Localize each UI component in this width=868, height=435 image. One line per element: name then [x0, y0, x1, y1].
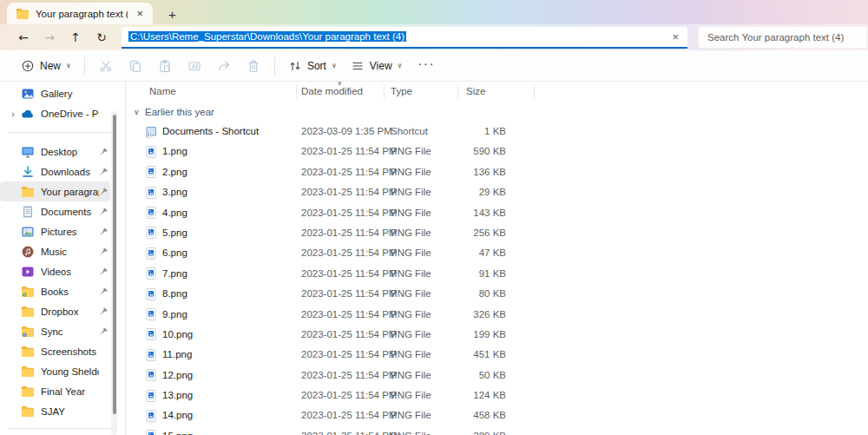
sidebar-item[interactable]: › OneDrive - Personal	[0, 103, 110, 123]
file-type-icon	[144, 267, 158, 280]
file-size: 124 KB	[412, 390, 506, 400]
file-name[interactable]: 14.png	[162, 410, 193, 420]
file-row[interactable]: 11.png 2023-01-25 11:54 PM PNG File 451 …	[126, 345, 868, 365]
file-row[interactable]: 12.png 2023-01-25 11:54 PM PNG File 50 K…	[126, 366, 868, 386]
sidebar-item[interactable]: Your paragraph text (4)	[0, 181, 110, 201]
explorer-tab[interactable]: Your paragraph text (4) ×	[7, 3, 153, 24]
file-row[interactable]: 5.png 2023-01-25 11:54 PM PNG File 256 K…	[126, 223, 868, 243]
cut-button[interactable]	[91, 55, 121, 77]
toolbar-divider	[274, 57, 275, 75]
sidebar-item[interactable]: Downloads	[0, 161, 110, 181]
sidebar-item[interactable]: Screenshots	[0, 341, 110, 361]
file-name[interactable]: 4.png	[162, 208, 187, 218]
new-button[interactable]: New ∨	[14, 55, 78, 77]
sidebar-item[interactable]: Books	[0, 281, 110, 301]
column-divider[interactable]	[296, 84, 297, 99]
file-size: 256 KB	[412, 227, 506, 238]
new-tab-button[interactable]: +	[163, 7, 181, 24]
column-header-date-modified[interactable]: Date modified	[301, 86, 363, 96]
sidebar-item-label: Desktop	[41, 147, 99, 157]
sidebar-item[interactable]: Final Year	[0, 381, 110, 401]
sidebar-item[interactable]: Videos	[0, 261, 110, 281]
sidebar-item[interactable]: Young Sheldon	[0, 361, 110, 381]
tab-close-icon[interactable]: ×	[134, 7, 146, 20]
column-header-type[interactable]: Type	[391, 86, 412, 96]
sidebar-item-label: Videos	[41, 267, 99, 277]
file-date-modified: 2023-01-25 11:54 PM	[301, 247, 397, 258]
column-divider[interactable]	[384, 84, 385, 99]
new-button-label: New	[40, 60, 61, 72]
file-row[interactable]: 13.png 2023-01-25 11:54 PM PNG File 124 …	[126, 386, 868, 405]
refresh-button[interactable]: ↻	[89, 30, 115, 44]
paste-button[interactable]	[150, 55, 180, 77]
address-clear-icon[interactable]: ×	[670, 30, 681, 43]
file-date-modified: 2023-01-25 11:54 PM	[301, 167, 397, 177]
file-name[interactable]: 12.png	[162, 370, 193, 380]
file-row[interactable]: 9.png 2023-01-25 11:54 PM PNG File 326 K…	[126, 305, 868, 325]
file-name[interactable]: 3.png	[162, 187, 187, 197]
file-name[interactable]: 11.png	[162, 349, 192, 359]
file-row[interactable]: 4.png 2023-01-25 11:54 PM PNG File 143 K…	[126, 203, 868, 223]
sidebar-item[interactable]: Gallery	[0, 83, 110, 103]
rename-button[interactable]: A	[180, 55, 209, 77]
file-name[interactable]: 6.png	[162, 247, 187, 258]
sidebar-item[interactable]: Dropbox	[0, 301, 110, 321]
file-row[interactable]: 1.png 2023-01-25 11:54 PM PNG File 590 K…	[126, 142, 868, 161]
sidebar-item[interactable]: Desktop	[0, 142, 110, 161]
file-name[interactable]: Documents - Shortcut	[162, 126, 259, 136]
file-name[interactable]: 7.png	[162, 268, 187, 279]
column-header-size[interactable]: Size	[466, 86, 485, 96]
sidebar-item[interactable]: Documents	[0, 201, 110, 221]
pin-icon	[99, 247, 108, 256]
file-name[interactable]: 15.png	[162, 431, 193, 435]
column-divider[interactable]	[534, 84, 535, 99]
sidebar-item-icon	[21, 285, 35, 299]
back-button[interactable]: ←	[10, 30, 36, 44]
file-name[interactable]: 9.png	[162, 309, 187, 320]
file-name[interactable]: 10.png	[162, 329, 193, 339]
file-row[interactable]: 6.png 2023-01-25 11:54 PM PNG File 47 KB	[126, 243, 868, 263]
file-row[interactable]: 10.png 2023-01-25 11:54 PM PNG File 199 …	[126, 325, 868, 345]
file-row[interactable]: 7.png 2023-01-25 11:54 PM PNG File 91 KB	[126, 264, 868, 284]
delete-button[interactable]	[239, 55, 268, 77]
column-header-name[interactable]: Name	[149, 86, 176, 96]
file-name[interactable]: 8.png	[162, 288, 187, 299]
forward-button[interactable]: →	[36, 30, 62, 44]
address-path[interactable]: C:\Users\Reme_Superstar\Downloads\Your p…	[128, 31, 670, 42]
sidebar-item[interactable]: SJAY	[0, 401, 110, 421]
file-row[interactable]: Documents - Shortcut 2023-03-09 1:35 PM …	[126, 122, 868, 142]
search-box[interactable]: Search Your paragraph text (4)	[698, 26, 868, 49]
file-name[interactable]: 1.png	[162, 146, 187, 156]
file-row[interactable]: 3.png 2023-01-25 11:54 PM PNG File 29 KB	[126, 182, 868, 202]
file-name[interactable]: 2.png	[162, 167, 187, 177]
toolbar-divider	[84, 57, 85, 75]
file-name[interactable]: 5.png	[162, 227, 187, 238]
copy-button[interactable]	[121, 55, 150, 77]
share-button[interactable]	[209, 55, 239, 77]
view-button[interactable]: View ∨	[344, 55, 410, 77]
file-row[interactable]: 15.png 2023-01-25 11:54 PM PNG File 289 …	[126, 426, 868, 435]
sidebar-item[interactable]: Pictures	[0, 221, 110, 241]
file-row[interactable]: 14.png 2023-01-25 11:54 PM PNG File 458 …	[126, 405, 868, 425]
sidebar-item[interactable]: Sync	[0, 321, 110, 341]
file-type-icon	[144, 409, 158, 423]
sidebar-scrollbar-thumb[interactable]	[113, 115, 116, 414]
expand-chevron-icon[interactable]: ›	[5, 109, 21, 119]
file-row[interactable]: 2.png 2023-01-25 11:54 PM PNG File 136 K…	[126, 162, 868, 182]
column-divider[interactable]	[457, 84, 458, 99]
pin-icon	[99, 167, 108, 176]
file-size: 590 KB	[412, 146, 506, 156]
pin-icon	[99, 326, 108, 336]
pin-icon	[99, 207, 108, 216]
file-name[interactable]: 13.png	[162, 390, 193, 400]
file-row[interactable]: 8.png 2023-01-25 11:54 PM PNG File 80 KB	[126, 284, 868, 304]
group-header[interactable]: ∨ Earlier this year	[126, 102, 868, 122]
sort-button[interactable]: Sort ∨	[281, 55, 344, 77]
sidebar-item[interactable]: Music	[0, 241, 110, 261]
see-more-button[interactable]: ···	[409, 56, 444, 76]
up-button[interactable]: ↑	[62, 30, 89, 44]
sidebar-scrollbar[interactable]	[111, 111, 117, 435]
group-collapse-icon[interactable]: ∨	[134, 108, 145, 116]
file-size: 458 KB	[412, 410, 506, 420]
address-bar[interactable]: C:\Users\Reme_Superstar\Downloads\Your p…	[122, 27, 687, 49]
